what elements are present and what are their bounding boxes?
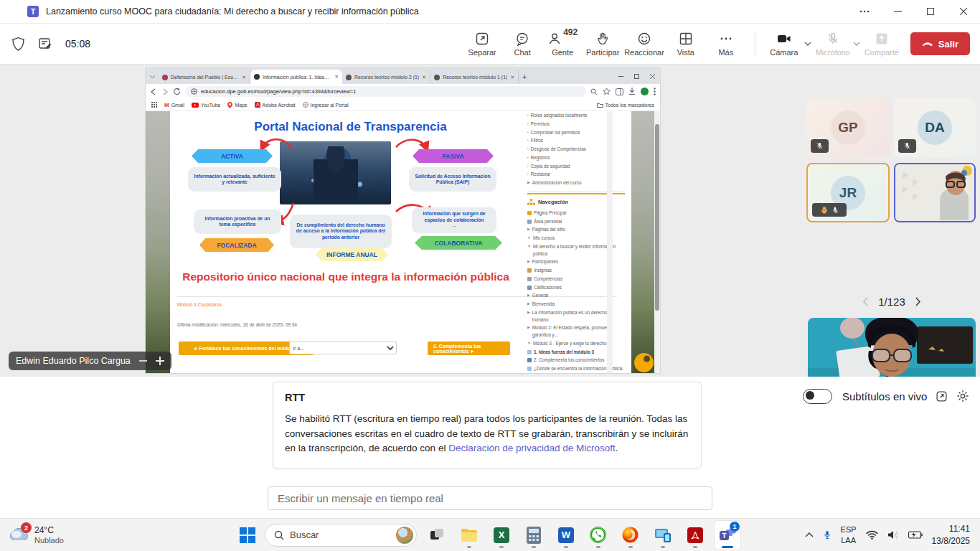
participant-tile-video[interactable] — [894, 163, 976, 222]
zoom-page-icon[interactable] — [590, 88, 598, 95]
browser-close-icon[interactable] — [644, 68, 660, 84]
browser-scrollbar[interactable] — [654, 111, 660, 373]
banner-pasiva: PASIVA — [413, 149, 494, 163]
new-tab-icon[interactable]: + — [519, 70, 530, 84]
box-pasiva: Solicitud de Acceso Información Pública … — [409, 167, 496, 192]
browser-tab-2-active[interactable]: Información pública: 1. Ideas fu✕ — [250, 70, 342, 84]
pager-count: 1/123 — [878, 296, 905, 308]
firefox-button[interactable] — [618, 521, 644, 550]
more-options-icon[interactable] — [848, 0, 881, 23]
maximize-icon[interactable] — [914, 0, 947, 23]
task-view-button[interactable] — [424, 521, 450, 550]
rtt-body: Se habilitó RTT (escritura en tiempo rea… — [285, 412, 689, 456]
pager-prev-icon[interactable] — [862, 297, 868, 306]
mic-dropdown-icon[interactable] — [853, 42, 860, 46]
file-explorer-button[interactable] — [456, 521, 482, 550]
start-button[interactable] — [233, 521, 262, 550]
bookmark-portal[interactable]: Ingresar al Portal — [303, 102, 349, 108]
excel-button[interactable]: X — [489, 521, 514, 550]
side-panel-icon[interactable] — [616, 88, 623, 95]
forward-icon[interactable] — [161, 88, 169, 95]
tray-chevron-up-icon[interactable] — [805, 532, 814, 537]
clock[interactable]: 11:41 13/8/2025 — [932, 523, 970, 546]
rtt-message-input[interactable] — [268, 486, 712, 510]
browser-maximize-icon[interactable] — [628, 68, 644, 84]
participar-button[interactable]: Participar — [584, 25, 621, 62]
rtt-notes-icon[interactable] — [38, 37, 52, 51]
vista-button[interactable]: Vista — [667, 25, 705, 62]
tab-search-icon[interactable] — [146, 70, 159, 84]
tab-close-icon[interactable]: ✕ — [422, 75, 426, 80]
tab-close-icon[interactable]: ✕ — [334, 74, 339, 80]
reaccionar-button[interactable]: Reaccionar — [624, 25, 664, 62]
privacy-statement-link[interactable]: Declaración de privacidad de Microsoft — [448, 443, 616, 453]
gente-button[interactable]: 492 Gente — [544, 25, 581, 62]
download-icon[interactable] — [628, 88, 636, 95]
browser-menu-icon[interactable] — [654, 88, 656, 95]
all-bookmarks[interactable]: Todos los marcadores — [597, 103, 654, 108]
folder-small-icon — [597, 103, 603, 108]
connect-device-button[interactable] — [650, 521, 676, 550]
whatsapp-button[interactable] — [585, 521, 611, 550]
bookmark-star-icon[interactable] — [603, 88, 611, 95]
back-icon[interactable] — [150, 88, 157, 95]
volume-icon[interactable] — [887, 530, 899, 540]
pager-next-icon[interactable] — [915, 297, 921, 306]
captions-settings-gear-icon[interactable] — [956, 390, 969, 402]
module-link[interactable]: Módulo 3 Ciudadanía — [177, 302, 222, 307]
rtt-title: RTT — [285, 392, 689, 403]
calculator-button[interactable] — [521, 521, 547, 550]
salir-button[interactable]: Salir — [910, 32, 970, 55]
close-icon[interactable] — [947, 0, 980, 23]
language-indicator[interactable]: ESP LAA — [841, 524, 857, 545]
profile-avatar[interactable] — [641, 88, 649, 95]
bookmark-acrobat[interactable]: Adobe Acrobat — [255, 102, 296, 108]
next-module-button[interactable]: 2. Complementa tus conocimientos ► — [428, 342, 510, 355]
browser-tab-4[interactable]: Recurso teórico módulo 1 (1)✕ — [430, 70, 519, 84]
comparte-button[interactable]: Comparte — [863, 25, 900, 62]
camera-dropdown-icon[interactable] — [804, 42, 811, 46]
participant-tile-jr-hand-raised[interactable]: JR — [806, 163, 890, 222]
wifi-icon[interactable] — [866, 530, 878, 540]
mas-button[interactable]: Más — [707, 25, 745, 62]
bookmark-youtube[interactable]: YouTube — [192, 103, 221, 108]
presenter-label: Edwin Eduardo Pilco Cargua — [9, 352, 171, 370]
shield-icon[interactable] — [11, 37, 25, 52]
tab-close-icon[interactable]: ✕ — [242, 75, 246, 80]
taskbar-search[interactable]: Buscar — [265, 524, 417, 547]
tab-close-icon[interactable]: ✕ — [510, 75, 514, 80]
captions-toggle[interactable] — [803, 389, 832, 404]
bookmark-gmail[interactable]: MGmail — [164, 102, 184, 108]
apps-grid-icon[interactable] — [151, 102, 157, 108]
avatar: GP — [831, 110, 865, 145]
site-info-icon[interactable] — [191, 88, 197, 95]
participant-tile-gp[interactable]: GP — [806, 98, 890, 157]
participant-tile-da[interactable]: DA — [894, 98, 976, 157]
tray-mic-icon[interactable] — [823, 529, 831, 541]
separar-button[interactable]: Separar — [463, 25, 501, 62]
popout-captions-icon[interactable] — [936, 390, 948, 402]
jump-to-select[interactable]: Ir a... — [289, 342, 397, 354]
battery-icon[interactable] — [908, 531, 923, 539]
browser-minimize-icon[interactable] — [613, 68, 628, 84]
camara-button[interactable]: Cámara — [765, 25, 803, 62]
acrobat-button[interactable] — [682, 521, 708, 550]
word-button[interactable]: W — [553, 521, 579, 550]
help-fab-button[interactable] — [634, 353, 654, 372]
teams-button[interactable]: 1 — [715, 521, 740, 550]
mic-muted-badge — [811, 139, 829, 153]
bookmark-maps[interactable]: Maps — [227, 102, 247, 108]
minimize-icon[interactable] — [881, 0, 914, 23]
zoom-in-icon[interactable] — [156, 357, 164, 365]
moodle-inner-scroll[interactable] — [607, 111, 613, 373]
browser-tab-1[interactable]: Defensoría del Pueblo | Ecuado✕ — [159, 70, 250, 84]
microfono-button[interactable]: Micrófono — [814, 25, 852, 62]
url-field[interactable]: educacion.dpe.gob.ec/mod/page/view.php?i… — [185, 86, 586, 97]
reload-icon[interactable] — [173, 88, 181, 95]
browser-tab-3[interactable]: Recurso teórico módulo 2 (1)✕ — [342, 70, 430, 84]
zoom-out-icon[interactable] — [139, 360, 147, 362]
small-arrow: → — [452, 223, 457, 229]
chat-button[interactable]: Chat — [504, 25, 541, 62]
weather-widget[interactable]: 2 24°C Nublado — [9, 525, 64, 544]
mic-muted-badge — [898, 139, 916, 153]
